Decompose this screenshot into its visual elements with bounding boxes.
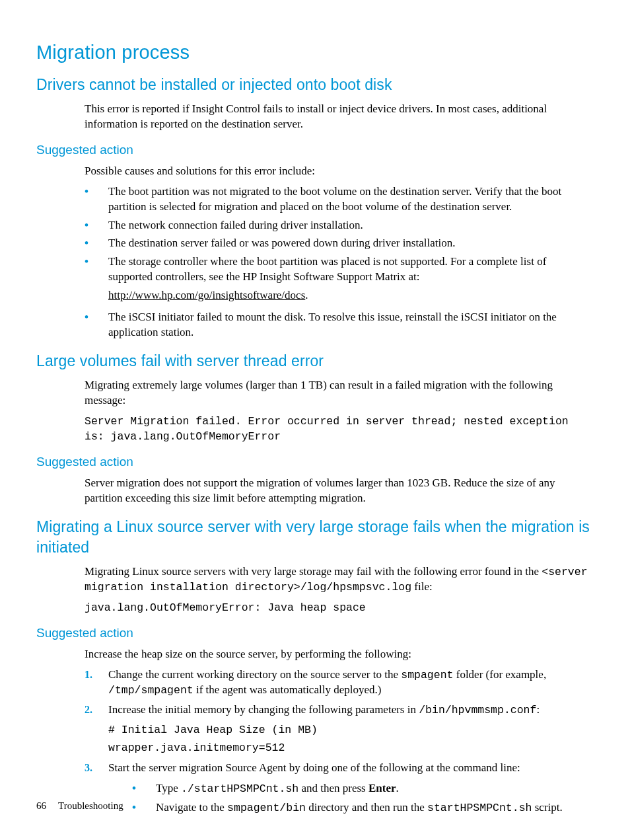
inline-code: startHPSMPCnt.sh — [427, 802, 532, 814]
body-paragraph: Possible causes and solutions for this e… — [85, 164, 594, 179]
text-part: if the agent was automatically deployed.… — [193, 683, 382, 696]
list-number: 1. — [85, 668, 108, 699]
text-part: directory and then run the — [306, 801, 427, 814]
text-part: Migrating Linux source servers with very… — [85, 565, 542, 578]
list-item: • The storage controller where the boot … — [85, 254, 590, 303]
list-item-text: Start the server migration Source Agent … — [108, 761, 594, 820]
list-item-text: The destination server failed or was pow… — [108, 236, 590, 251]
code-line: wrapper.java.initmemory=512 — [108, 740, 594, 755]
subheading-suggested-action: Suggested action — [36, 625, 594, 642]
inline-code: smpagent — [401, 669, 453, 681]
body-paragraph: Increase the heap size on the source ser… — [85, 647, 594, 662]
body-paragraph: Migrating extremely large volumes (large… — [85, 378, 594, 408]
code-line: # Initial Java Heap Size (in MB) — [108, 722, 594, 738]
list-item-text-part: The storage controller where the boot pa… — [108, 255, 546, 283]
bullet-icon: • — [132, 781, 156, 796]
list-item-text: The storage controller where the boot pa… — [108, 254, 590, 303]
list-item-text: Increase the initial memory by changing … — [108, 703, 594, 755]
text-part: file: — [411, 580, 433, 593]
bullet-icon: • — [85, 218, 108, 233]
list-item: • The network connection failed during d… — [85, 218, 590, 233]
text-part: and then press — [298, 782, 368, 794]
page-number: 66 — [36, 800, 46, 811]
inline-code: /tmp/smpagent — [108, 684, 193, 697]
bullet-icon: • — [85, 184, 108, 215]
bullet-icon: • — [85, 310, 108, 340]
list-item: 2. Increase the initial memory by changi… — [85, 703, 594, 755]
numbered-list: 1. Change the current working directory … — [85, 668, 594, 820]
bold-text: Enter — [368, 782, 396, 794]
text-part: : — [536, 703, 540, 716]
list-item: • The boot partition was not migrated to… — [85, 184, 590, 215]
subheading-suggested-action: Suggested action — [36, 141, 594, 159]
list-item-text: Change the current working directory on … — [108, 668, 594, 699]
list-item-text: The boot partition was not migrated to t… — [108, 184, 590, 215]
section-heading-linux-migration: Migrating a Linux source server with ver… — [36, 517, 594, 558]
code-block: java.lang.OutOfMemoryError: Java heap sp… — [85, 600, 594, 615]
bullet-list: • The boot partition was not migrated to… — [85, 184, 590, 340]
page-title: Migration process — [36, 40, 594, 65]
subheading-suggested-action: Suggested action — [36, 453, 594, 471]
text-part: Change the current working directory on … — [108, 668, 401, 681]
page-footer: 66Troubleshooting — [36, 799, 123, 812]
bullet-icon: • — [132, 800, 156, 816]
text-part: Increase the initial memory by changing … — [108, 703, 419, 716]
text-part: script. — [532, 801, 562, 814]
text-part: Navigate to the — [156, 801, 227, 814]
bullet-icon: • — [85, 236, 108, 251]
bullet-icon: • — [85, 254, 108, 303]
text-part: folder (for example, — [453, 668, 546, 681]
text-part: Start the server migration Source Agent … — [108, 761, 520, 774]
body-paragraph: Migrating Linux source servers with very… — [85, 564, 594, 595]
body-paragraph: This error is reported if Insight Contro… — [85, 102, 594, 132]
sub-list-item: • Type ./startHPSMPCnt.sh and then press… — [132, 781, 594, 796]
list-item-text: The iSCSI initiator failed to mount the … — [108, 310, 590, 340]
list-item-text-after: . — [305, 289, 308, 301]
sub-list-item-text: Navigate to the smpagent/bin directory a… — [156, 800, 594, 816]
inline-code: /bin/hpvmmsmp.conf — [419, 704, 536, 716]
section-heading-drivers: Drivers cannot be installed or injected … — [36, 75, 594, 95]
text-part: Type — [156, 782, 181, 794]
inline-code: smpagent/bin — [227, 802, 306, 814]
list-item: 3. Start the server migration Source Age… — [85, 761, 594, 820]
sub-list-item-text: Type ./startHPSMPCnt.sh and then press E… — [156, 781, 594, 796]
list-item: • The destination server failed or was p… — [85, 236, 590, 251]
sub-list-item: • Navigate to the smpagent/bin directory… — [132, 800, 594, 816]
inline-code: ./startHPSMPCnt.sh — [181, 783, 298, 795]
list-item: 1. Change the current working directory … — [85, 668, 594, 699]
list-number: 2. — [85, 703, 108, 755]
text-part: . — [396, 782, 399, 794]
section-heading-large-volumes: Large volumes fail with server thread er… — [36, 351, 594, 371]
list-item-text: The network connection failed during dri… — [108, 218, 590, 233]
code-block: Server Migration failed. Error occurred … — [85, 414, 594, 444]
docs-link[interactable]: http://www.hp.com/go/insightsoftware/doc… — [108, 289, 305, 301]
footer-section: Troubleshooting — [58, 800, 123, 811]
list-item: • The iSCSI initiator failed to mount th… — [85, 310, 590, 340]
body-paragraph: Server migration does not support the mi… — [85, 476, 594, 506]
